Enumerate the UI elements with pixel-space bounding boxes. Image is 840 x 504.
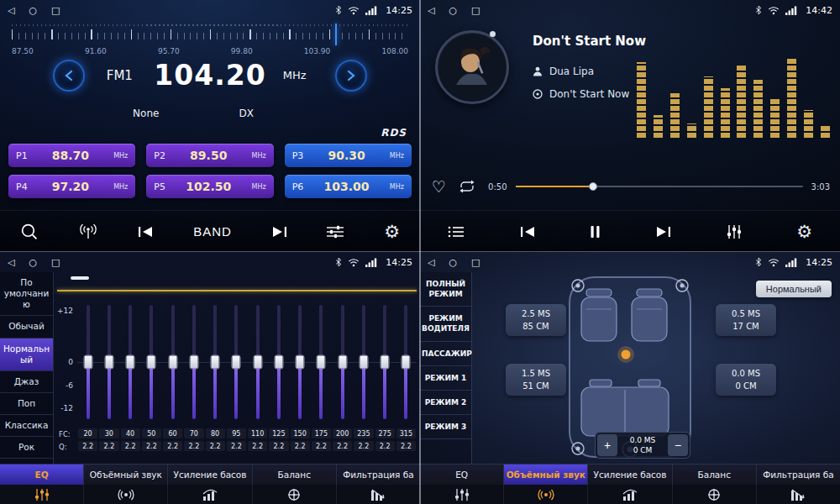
tab-bass-boost[interactable]: Усиление басов — [168, 465, 252, 485]
slider-handle[interactable] — [104, 355, 113, 370]
surround-mode-item-0[interactable]: ПОЛНЫЙ РЕЖИМ — [420, 272, 471, 307]
scan-button[interactable] — [17, 219, 41, 244]
slider-handle[interactable] — [126, 355, 135, 370]
surround-mode-item-1[interactable]: РЕЖИМ ВОДИТЕЛЯ — [420, 307, 471, 341]
repeat-button[interactable] — [454, 176, 480, 197]
eq-preset-item-3[interactable]: Джаз — [0, 371, 53, 393]
increase-delay-button[interactable]: + — [597, 434, 617, 456]
eq-preset-item-2[interactable]: Нормальный — [0, 339, 53, 371]
preset-button-P1[interactable]: P1 88.70 MHz — [8, 144, 135, 167]
preset-button-P2[interactable]: P2 89.50 MHz — [146, 144, 273, 167]
frequency-ruler[interactable] — [12, 24, 408, 45]
slider-handle[interactable] — [338, 355, 347, 370]
eq-band-slider[interactable] — [162, 301, 183, 423]
tab-filter[interactable]: Фильтрация ба — [757, 465, 840, 485]
slider-handle[interactable] — [211, 355, 220, 370]
filter-tab-icon[interactable] — [757, 485, 840, 504]
back-nav-icon[interactable]: ◁ — [8, 258, 14, 267]
tab-balance[interactable]: Баланс — [673, 465, 757, 485]
balance-tab-icon[interactable] — [673, 485, 757, 504]
preset-button-P3[interactable]: P3 90.30 MHz — [285, 144, 412, 167]
eq-preset-item-5[interactable]: Классика — [0, 415, 53, 437]
slider-handle[interactable] — [381, 355, 390, 370]
surround-sound-tab-icon[interactable] — [84, 485, 168, 504]
eq-band-slider[interactable] — [375, 301, 396, 423]
recents-nav-icon[interactable]: □ — [471, 6, 480, 15]
preset-button-P6[interactable]: P6 103.00 MHz — [285, 175, 412, 198]
recents-nav-icon[interactable]: □ — [51, 258, 60, 267]
slider-handle[interactable] — [274, 355, 283, 370]
audio-settings-button[interactable] — [323, 222, 347, 242]
eq-band-slider[interactable] — [141, 301, 162, 423]
progress-bar[interactable] — [516, 181, 803, 192]
surround-mode-item-2[interactable]: ПАССАЖИР — [420, 342, 471, 366]
eq-band-slider[interactable] — [205, 301, 226, 423]
slider-handle[interactable] — [317, 355, 326, 370]
eq-tab-icon[interactable] — [420, 485, 504, 504]
next-station-button[interactable] — [269, 223, 291, 241]
previous-track-button[interactable] — [517, 223, 538, 241]
preset-button-P5[interactable]: P5 102.50 MHz — [146, 175, 273, 198]
favorite-button[interactable]: ♡ — [432, 179, 446, 195]
eq-band-slider[interactable] — [268, 301, 289, 423]
eq-band-slider[interactable] — [120, 301, 141, 423]
tab-bass-boost[interactable]: Усиление басов — [588, 465, 672, 485]
balance-tab-icon[interactable] — [253, 485, 337, 504]
filter-tab-icon[interactable] — [337, 485, 420, 504]
slider-handle[interactable] — [359, 355, 368, 370]
slider-handle[interactable] — [147, 355, 156, 370]
home-nav-icon[interactable]: ○ — [29, 6, 37, 15]
eq-band-slider[interactable] — [98, 301, 119, 423]
eq-band-slider[interactable] — [332, 301, 353, 423]
slider-handle[interactable] — [168, 355, 177, 370]
eq-preset-item-4[interactable]: Поп — [0, 393, 53, 415]
tab-surround-sound[interactable]: Объёмный звук — [504, 465, 588, 485]
tune-up-button[interactable] — [335, 60, 367, 92]
slider-handle[interactable] — [232, 355, 241, 370]
bass-boost-tab-icon[interactable] — [168, 485, 252, 504]
eq-preset-item-0[interactable]: По умолчанию — [0, 272, 53, 316]
sound-profile-button[interactable]: Нормальный — [756, 281, 832, 297]
back-nav-icon[interactable]: ◁ — [8, 6, 14, 15]
home-nav-icon[interactable]: ○ — [449, 258, 457, 267]
tune-down-button[interactable] — [53, 60, 85, 92]
slider-handle[interactable] — [296, 355, 305, 370]
tab-eq[interactable]: EQ — [0, 465, 84, 485]
home-nav-icon[interactable]: ○ — [29, 258, 37, 267]
surround-mode-item-5[interactable]: РЕЖИМ 3 — [420, 415, 471, 439]
eq-preset-item-6[interactable]: Рок — [0, 437, 53, 459]
home-nav-icon[interactable]: ○ — [449, 6, 457, 15]
front-right-delay-button[interactable]: 0.5 MS 17 CM — [716, 304, 776, 336]
pause-button[interactable] — [586, 222, 604, 242]
settings-button[interactable]: ⚙ — [381, 219, 403, 244]
eq-band-slider[interactable] — [290, 301, 311, 423]
eq-band-slider[interactable] — [226, 301, 247, 423]
rear-left-delay-button[interactable]: 1.5 MS 51 CM — [506, 364, 566, 396]
slider-handle[interactable] — [402, 355, 411, 370]
surround-sound-tab-icon[interactable] — [504, 485, 588, 504]
tab-eq[interactable]: EQ — [420, 465, 504, 485]
recents-nav-icon[interactable]: □ — [471, 258, 480, 267]
progress-knob[interactable] — [589, 182, 597, 191]
eq-band-slider[interactable] — [77, 301, 98, 423]
antenna-button[interactable] — [75, 221, 102, 243]
tab-surround-sound[interactable]: Объёмный звук — [84, 465, 168, 485]
slider-handle[interactable] — [83, 355, 92, 370]
slider-handle[interactable] — [189, 355, 198, 370]
surround-mode-item-4[interactable]: РЕЖИМ 2 — [420, 391, 471, 415]
next-track-button[interactable] — [653, 223, 675, 241]
tab-filter[interactable]: Фильтрация ба — [337, 465, 420, 485]
eq-band-slider[interactable] — [353, 301, 374, 423]
preset-button-P4[interactable]: P4 97.20 MHz — [8, 175, 135, 198]
front-left-delay-button[interactable]: 2.5 MS 85 CM — [506, 304, 566, 336]
equalizer-button[interactable] — [723, 222, 745, 242]
eq-preset-item-1[interactable]: Обычай — [0, 316, 53, 338]
tab-balance[interactable]: Баланс — [253, 465, 337, 485]
settings-button[interactable]: ⚙ — [793, 219, 816, 244]
surround-mode-item-3[interactable]: РЕЖИМ 1 — [420, 366, 471, 391]
back-nav-icon[interactable]: ◁ — [428, 6, 434, 15]
previous-station-button[interactable] — [134, 223, 156, 241]
eq-band-slider[interactable] — [247, 301, 268, 423]
eq-tab-icon[interactable] — [0, 485, 84, 504]
rear-right-delay-button[interactable]: 0.0 MS 0 CM — [716, 364, 776, 396]
